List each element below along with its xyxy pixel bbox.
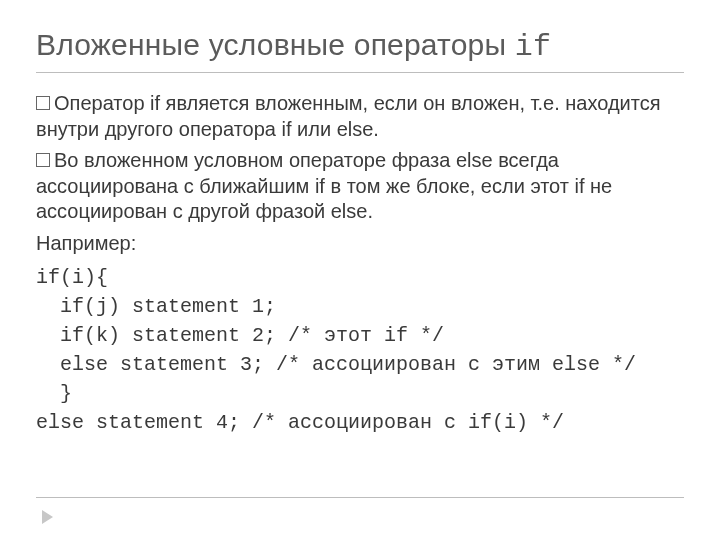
bullet-item: Во вложенном условном операторе фраза el… [36,148,684,225]
title-code: if [515,30,551,64]
bullet-item: Оператор if является вложенным, если он … [36,91,684,142]
code-line: } [36,382,72,405]
bullet-text: Оператор if является вложенным, если он … [36,92,661,140]
code-line: if(k) statement 2; /* этот if */ [36,324,444,347]
slide: Вложенные условные операторы if Оператор… [0,0,720,540]
code-line: else statement 3; /* ассоциирован с этим… [36,353,636,376]
code-line: if(i){ [36,266,108,289]
checkbox-icon [36,153,50,167]
play-icon [42,510,53,524]
title-text: Вложенные условные операторы [36,28,515,61]
content-area: Оператор if является вложенным, если он … [36,91,684,437]
example-label: Например: [36,231,684,257]
code-line: if(j) statement 1; [36,295,276,318]
bullet-text: Во вложенном условном операторе фраза el… [36,149,612,222]
footer-divider [36,497,684,498]
slide-title: Вложенные условные операторы if [36,28,684,64]
title-divider [36,72,684,73]
checkbox-icon [36,96,50,110]
code-line: else statement 4; /* ассоциирован с if(i… [36,411,564,434]
code-block: if(i){ if(j) statement 1; if(k) statemen… [36,263,684,437]
